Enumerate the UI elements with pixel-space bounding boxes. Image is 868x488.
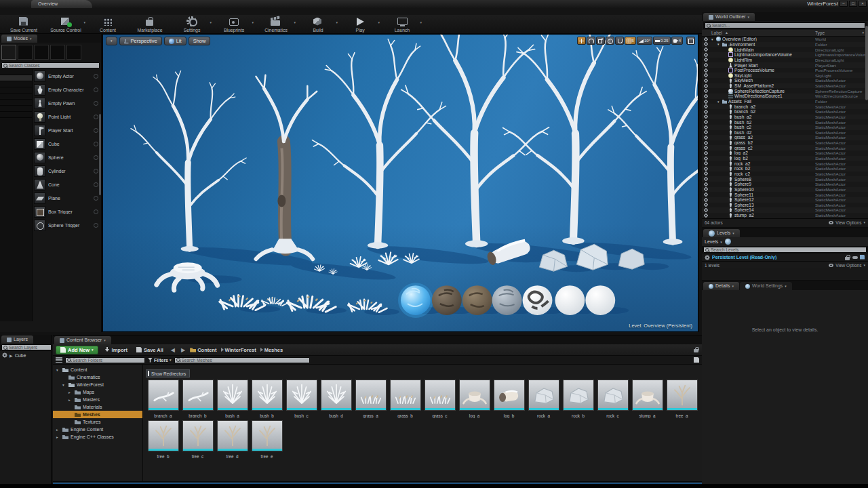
chevron-down-icon[interactable]: ▾ bbox=[378, 20, 380, 24]
visibility-eye-icon[interactable] bbox=[704, 213, 708, 217]
outliner-row[interactable]: bush_d2 StaticMeshActor bbox=[702, 130, 868, 136]
folder-tree-item[interactable]: Textures bbox=[53, 418, 142, 426]
folder-tree-item[interactable]: Meshes bbox=[53, 411, 142, 418]
outliner-row[interactable]: log_a2 StaticMeshActor bbox=[702, 150, 868, 156]
outliner-row[interactable]: SkyLight SkyLight bbox=[702, 73, 868, 78]
visibility-eye-icon[interactable] bbox=[704, 79, 708, 83]
placeable-item[interactable]: Cube bbox=[33, 137, 101, 150]
placeable-item[interactable]: Cone bbox=[33, 178, 101, 191]
perspective-button[interactable]: Perspective bbox=[119, 37, 162, 45]
visibility-eye-icon[interactable] bbox=[704, 151, 708, 155]
expander-icon[interactable]: ▾ bbox=[717, 100, 721, 104]
scale-tool-button[interactable] bbox=[596, 37, 605, 45]
visibility-eye-icon[interactable] bbox=[704, 83, 708, 87]
column-type[interactable]: Type bbox=[815, 30, 825, 35]
toolbar-button[interactable]: Play ▾ bbox=[339, 16, 381, 33]
tab-content-browser[interactable]: Content Browser ▾ bbox=[54, 336, 111, 344]
visibility-eye-icon[interactable] bbox=[704, 161, 708, 165]
maximize-viewport-button[interactable] bbox=[686, 37, 695, 45]
outliner-row[interactable]: PostProcessVolume PostProcessVolume bbox=[702, 68, 868, 73]
outliner-row[interactable]: LightRim DirectionalLight bbox=[702, 58, 868, 63]
outliner-row[interactable]: ▾ Assets_Fall Folder bbox=[702, 99, 868, 104]
outliner-row[interactable]: LightMain DirectionalLight bbox=[702, 47, 868, 52]
mode-tool-button[interactable] bbox=[66, 45, 81, 60]
placeable-item[interactable]: Empty Character bbox=[33, 83, 101, 96]
mode-category[interactable] bbox=[0, 81, 32, 87]
asset-item[interactable]: rock_c bbox=[595, 380, 630, 418]
outliner-row[interactable]: SM_AssetPlatform2 StaticMeshActor bbox=[702, 83, 868, 89]
placeable-item[interactable]: Point Light bbox=[33, 110, 101, 123]
chevron-down-icon[interactable]: ▾ bbox=[862, 30, 864, 35]
visibility-eye-icon[interactable] bbox=[704, 120, 708, 124]
menu-item[interactable] bbox=[35, 8, 45, 15]
outliner-row[interactable]: SphereReflectionCapture SphereReflection… bbox=[702, 88, 868, 94]
folder-tree-item[interactable]: Materials bbox=[53, 403, 142, 411]
gamepad-icon[interactable] bbox=[852, 255, 858, 260]
placeable-item[interactable]: Sphere bbox=[33, 150, 101, 164]
visibility-eye-icon[interactable] bbox=[704, 53, 708, 57]
search-assets-input[interactable] bbox=[182, 358, 308, 363]
asset-item[interactable]: tree_e bbox=[250, 420, 284, 459]
visibility-eye-icon[interactable] bbox=[704, 58, 708, 62]
minimize-button[interactable]: – bbox=[840, 1, 848, 7]
folder-tree-item[interactable]: ▸ Engine Content bbox=[53, 426, 142, 433]
visibility-eye-icon[interactable] bbox=[2, 352, 7, 358]
import-button[interactable]: Import bbox=[102, 347, 130, 353]
modes-scrollbar[interactable] bbox=[99, 114, 101, 195]
outliner-row[interactable]: bush_a2 StaticMeshActor bbox=[702, 115, 868, 120]
expander-icon[interactable]: ▸ bbox=[68, 398, 73, 402]
outliner-search-input[interactable] bbox=[712, 23, 863, 28]
layer-row[interactable]: ▶ Cube bbox=[0, 351, 51, 359]
show-redirectors-filter[interactable]: Show Redirectors bbox=[146, 369, 190, 378]
visibility-eye-icon[interactable] bbox=[705, 255, 710, 260]
outliner-row[interactable]: SkyMesh StaticMeshActor bbox=[702, 78, 868, 83]
lock-icon[interactable] bbox=[845, 255, 850, 260]
search-folders-input[interactable] bbox=[73, 358, 143, 363]
outliner-row[interactable]: bush_c2 StaticMeshActor bbox=[702, 125, 868, 130]
mode-category[interactable] bbox=[0, 87, 32, 94]
drag-grip-icon[interactable] bbox=[94, 128, 98, 133]
lock-path-icon[interactable] bbox=[694, 347, 699, 352]
placeable-item[interactable]: Sphere Trigger bbox=[33, 218, 101, 232]
outliner-row[interactable]: branch_a2 StaticMeshActor bbox=[702, 104, 868, 109]
outliner-row[interactable]: stump_a2 StaticMeshActor bbox=[702, 213, 868, 218]
drag-grip-icon[interactable] bbox=[94, 115, 98, 119]
visibility-eye-icon[interactable] bbox=[704, 136, 708, 140]
asset-item[interactable]: branch_a bbox=[146, 380, 180, 418]
asset-item[interactable]: tree_c bbox=[180, 420, 215, 459]
drag-grip-icon[interactable] bbox=[94, 182, 98, 187]
tab-modes[interactable]: Modes ▾ bbox=[1, 35, 37, 43]
visibility-eye-icon[interactable] bbox=[704, 192, 708, 197]
menu-item[interactable] bbox=[3, 8, 12, 15]
outliner-scrollbar[interactable] bbox=[865, 26, 868, 100]
chevron-down-icon[interactable]: ▾ bbox=[210, 20, 212, 24]
placeable-item[interactable]: Empty Actor bbox=[33, 69, 101, 83]
mode-category[interactable] bbox=[0, 69, 32, 75]
visibility-eye-icon[interactable] bbox=[704, 146, 708, 150]
chevron-down-icon[interactable]: ▾ bbox=[83, 20, 85, 24]
translate-tool-button[interactable] bbox=[577, 37, 586, 45]
outliner-row[interactable]: grass_b2 StaticMeshActor bbox=[702, 140, 868, 146]
level-document-tab[interactable]: Overview bbox=[31, 0, 92, 8]
visibility-eye-icon[interactable] bbox=[704, 89, 708, 93]
asset-item[interactable]: tree_a bbox=[665, 380, 699, 418]
persistent-level-row[interactable]: Persistent Level (Read-Only) bbox=[702, 253, 868, 261]
close-button[interactable]: × bbox=[859, 1, 867, 7]
toolbar-button[interactable]: Blueprints ▾ bbox=[213, 16, 255, 33]
mode-category[interactable] bbox=[0, 94, 32, 100]
breadcrumb-item[interactable]: Meshes bbox=[264, 347, 283, 353]
folder-tree-item[interactable]: ▸ Engine C++ Classes bbox=[53, 433, 142, 441]
lit-mode-button[interactable]: Lit bbox=[164, 37, 186, 45]
expander-icon[interactable]: ▾ bbox=[62, 383, 66, 387]
layers-search-input[interactable] bbox=[9, 345, 52, 350]
levels-search-input[interactable] bbox=[711, 247, 865, 252]
mode-category[interactable] bbox=[0, 100, 32, 106]
outliner-row[interactable]: Sphere9 StaticMeshActor bbox=[702, 182, 868, 187]
placeable-item[interactable]: Plane bbox=[33, 191, 101, 205]
nav-back-button[interactable]: ◀ bbox=[170, 347, 176, 353]
visibility-eye-icon[interactable] bbox=[704, 182, 708, 186]
asset-item[interactable]: stump_a bbox=[630, 380, 665, 418]
toolbar-button[interactable]: Source Control ▾ bbox=[45, 16, 87, 33]
chevron-down-icon[interactable]: ▾ bbox=[420, 20, 422, 24]
visibility-eye-icon[interactable] bbox=[704, 203, 708, 207]
